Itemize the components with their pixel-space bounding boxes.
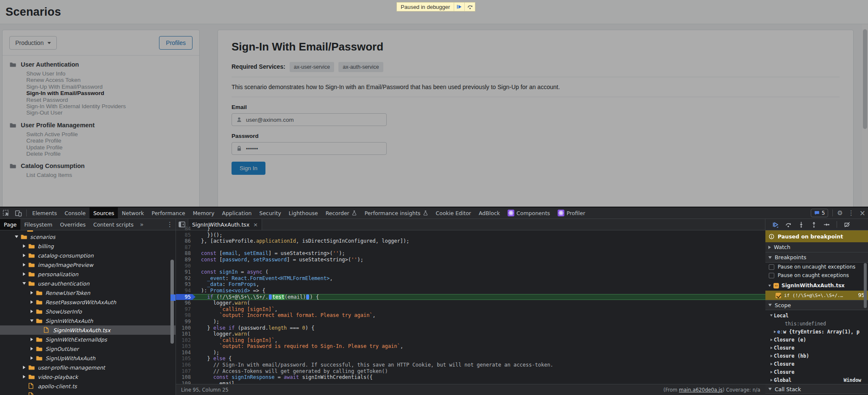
navigator-tab-content-scripts[interactable]: Content scripts — [89, 219, 137, 230]
line-number[interactable]: 106 — [176, 362, 195, 368]
scope-row[interactable]: Local — [765, 311, 868, 319]
line-number[interactable]: 97 — [176, 306, 195, 313]
tree-file[interactable]: apollo-client.ts — [0, 381, 176, 391]
code-text[interactable]: } else { — [195, 356, 765, 362]
chevron-right-icon[interactable] — [769, 355, 774, 357]
tree-folder[interactable]: image/ImagePreview — [0, 260, 176, 269]
code-text[interactable]: logger.warn( — [195, 300, 765, 306]
code-text[interactable]: } — [195, 226, 765, 232]
devtools-tab-console[interactable]: Console — [61, 207, 89, 219]
navigator-scrollbar-thumb[interactable] — [170, 260, 174, 344]
deactivate-breakpoints-button[interactable] — [844, 221, 851, 228]
tree-folder[interactable]: billing — [0, 241, 176, 251]
code-text[interactable]: // Access-Tokens will get generated by c… — [195, 368, 765, 375]
chevron-down-icon[interactable] — [14, 235, 20, 238]
line-number[interactable]: 95 — [176, 294, 195, 300]
tree-folder[interactable]: video-playback — [0, 372, 176, 381]
line-number[interactable]: 86 — [176, 238, 195, 244]
line-number[interactable]: 92 — [176, 275, 195, 282]
tree-folder[interactable]: SignOutUser — [0, 344, 176, 353]
code-text[interactable]: const [email, setEmail] = useState<strin… — [195, 250, 765, 257]
tree-folder[interactable]: ShowUserInfo — [0, 307, 176, 316]
settings-gear-icon[interactable]: ⚙ — [835, 207, 845, 219]
chevron-right-icon[interactable] — [29, 310, 35, 313]
navigator-kebab-icon[interactable]: ⋮ — [164, 219, 176, 230]
step-into-button[interactable] — [798, 221, 804, 228]
chevron-right-icon[interactable] — [21, 366, 27, 369]
line-number[interactable]: 87 — [176, 244, 195, 251]
code-text[interactable] — [195, 244, 765, 251]
scope-row[interactable]: Closure — [765, 344, 868, 352]
devtools-tab-recorder[interactable]: Recorder — [322, 207, 361, 219]
watch-section-header[interactable]: Watch — [765, 242, 868, 252]
more-tabs-icon[interactable]: » — [137, 219, 146, 230]
kebab-menu-icon[interactable]: ⋮ — [846, 207, 857, 219]
inspect-element-icon[interactable] — [0, 207, 12, 219]
tree-folder[interactable]: RenewUserToken — [0, 288, 176, 297]
code-text[interactable]: `output: Password is required to Sign-In… — [195, 343, 765, 350]
devtools-tab-profiler[interactable]: Profiler — [554, 207, 589, 219]
line-number[interactable]: 109 — [176, 381, 195, 384]
chevron-right-icon[interactable] — [21, 244, 27, 248]
code-text[interactable]: }, [activeProfile.applicationId, isDirec… — [195, 238, 765, 244]
code-text[interactable]: _event: React.FormEvent<HTMLFormElement>… — [195, 275, 765, 282]
resume-script-button[interactable] — [454, 3, 464, 11]
code-text[interactable]: const signInResponse = await signInWithC… — [195, 374, 765, 381]
line-number[interactable]: 96 — [176, 300, 195, 306]
pause-caught-checkbox[interactable] — [769, 273, 774, 278]
code-text[interactable]: })(); — [195, 232, 765, 238]
call-stack-section-header[interactable]: Call Stack — [765, 384, 868, 394]
breakpoints-section-header[interactable]: Breakpoints — [765, 252, 868, 263]
line-number[interactable]: 90 — [176, 263, 195, 269]
tree-folder[interactable]: scenarios — [0, 232, 176, 241]
code-text[interactable]: email, — [195, 381, 765, 384]
chevron-right-icon[interactable] — [769, 379, 774, 381]
code-text[interactable]: const signIn = async ( — [195, 269, 765, 275]
chevron-right-icon[interactable] — [21, 375, 27, 378]
code-text[interactable]: _data: FormProps, — [195, 281, 765, 288]
code-text[interactable]: `calling [signIn]`, — [195, 337, 765, 344]
line-number[interactable]: 84 — [176, 226, 195, 232]
devtools-tab-lighthouse[interactable]: Lighthouse — [285, 207, 322, 219]
devtools-tab-elements[interactable]: Elements — [28, 207, 61, 219]
devtools-tab-performance-insights[interactable]: Performance insights — [361, 207, 432, 219]
line-number[interactable]: 93 — [176, 281, 195, 288]
chevron-right-icon[interactable] — [29, 338, 35, 341]
line-number[interactable]: 98 — [176, 312, 195, 319]
code-text[interactable] — [195, 263, 765, 269]
code-text[interactable]: if (!/\S+@\S+\.\S+/.test(email)) { — [195, 294, 765, 300]
scope-row[interactable]: Closure (e) — [765, 336, 868, 344]
issues-counter[interactable]: 5 — [811, 209, 829, 217]
line-number[interactable]: 89 — [176, 257, 195, 263]
line-number[interactable]: 105 — [176, 356, 195, 362]
chevron-right-icon[interactable] — [21, 254, 27, 257]
tree-file[interactable]: SignInWithAxAuth.tsx — [0, 325, 176, 335]
devtools-tab-components[interactable]: Components — [504, 207, 554, 219]
chevron-right-icon[interactable] — [769, 347, 774, 349]
line-number[interactable]: 101 — [176, 331, 195, 337]
scope-section-header[interactable]: Scope — [765, 300, 868, 310]
devtools-tab-network[interactable]: Network — [118, 207, 148, 219]
step-out-button[interactable] — [811, 221, 817, 228]
devtools-tab-performance[interactable]: Performance — [148, 207, 189, 219]
line-number[interactable]: 94 — [176, 288, 195, 294]
devtools-tab-adblock[interactable]: AdBlock — [475, 207, 504, 219]
source-map-link[interactable]: main.a620de0a.js — [679, 387, 723, 393]
line-number[interactable]: 108 — [176, 374, 195, 381]
chevron-right-icon[interactable] — [21, 272, 27, 276]
sidebar-scrollbar-thumb[interactable] — [864, 263, 867, 308]
tree-folder[interactable]: user-authentication — [0, 279, 176, 288]
chevron-down-icon[interactable] — [769, 314, 774, 317]
line-number[interactable]: 85 — [176, 232, 195, 238]
chevron-down-icon[interactable] — [29, 319, 35, 322]
tree-folder[interactable]: SignUpWithAxAuth — [0, 353, 176, 363]
scope-row[interactable]: GlobalWindow — [765, 376, 868, 384]
line-number[interactable]: 103 — [176, 343, 195, 350]
navigator-tab-page[interactable]: Page — [0, 219, 20, 230]
code-text[interactable]: `calling [signIn]`, — [195, 306, 765, 313]
code-text[interactable]: `output: Incorrect email format. Please … — [195, 312, 765, 319]
resume-button[interactable] — [772, 221, 779, 228]
chevron-right-icon[interactable] — [769, 339, 774, 341]
devtools-tab-sources[interactable]: Sources — [89, 207, 118, 219]
toggle-device-toolbar-icon[interactable] — [12, 207, 25, 219]
